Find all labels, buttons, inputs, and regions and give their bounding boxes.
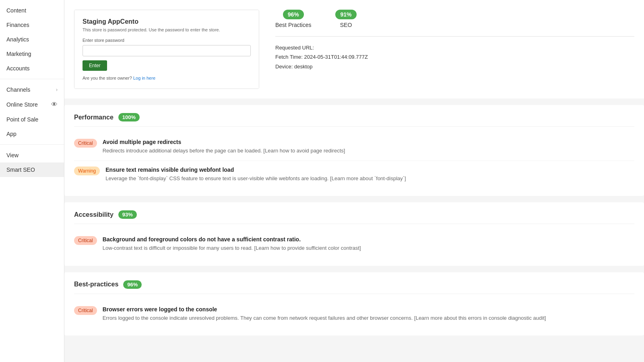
performance-title: Performance [74,114,114,121]
best-practices-section-header: Best-practices 96% [74,280,634,294]
sidebar-item-app[interactable]: App [0,127,64,141]
sidebar-item-accounts[interactable]: Accounts [0,61,64,76]
warning-badge: Warning [74,167,100,175]
requested-url-row: Requested URL: [275,43,634,52]
sidebar-item-analytics[interactable]: Analytics [0,32,64,47]
issue-item: Critical Avoid multiple page redirects R… [74,133,634,161]
score-seo: 91% SEO [335,10,356,28]
issue-desc: Redirects introduce additional delays be… [103,147,345,155]
issue-item: Critical Background and foreground color… [74,230,634,258]
best-practices-section-score: 96% [123,280,142,289]
accessibility-score: 93% [118,210,137,219]
sidebar-item-smart-seo[interactable]: Smart SEO [0,162,64,177]
sidebar-item-view[interactable]: View [0,148,64,162]
sidebar-item-point-of-sale[interactable]: Point of Sale [0,112,64,127]
seo-badge: 91% [335,10,356,19]
issue-content: Browser errors were logged to the consol… [103,306,546,322]
eye-icon[interactable]: 👁 [51,101,58,108]
accessibility-section: Accessibility 93% Critical Background an… [64,202,644,266]
device-row: Device: desktop [275,62,634,71]
issue-title: Ensure text remains visible during webfo… [105,167,406,173]
sidebar-divider-1 [0,79,64,79]
password-input[interactable] [83,45,251,56]
critical-badge: Critical [74,306,97,315]
store-owner-link[interactable]: Log in here [133,76,155,80]
issue-title: Avoid multiple page redirects [103,139,345,145]
best-practices-section: Best-practices 96% Critical Browser erro… [64,272,644,336]
password-label: Enter store password [83,38,251,43]
best-practices-label: Best Practices [275,22,311,28]
issue-title: Background and foreground colors do not … [103,236,361,243]
sidebar-item-online-store[interactable]: Online Store 👁 [0,97,64,112]
sidebar-item-marketing[interactable]: Marketing [0,47,64,61]
performance-header: Performance 100% [74,113,634,127]
issue-item: Critical Browser errors were logged to t… [74,300,634,328]
issue-title: Browser errors were logged to the consol… [103,306,546,313]
critical-badge: Critical [74,236,97,245]
issue-desc: Errors logged to the console indicate un… [103,314,546,322]
performance-score: 100% [118,113,140,121]
scores-section: 96% Best Practices 91% SEO Requested URL… [275,10,634,89]
sidebar-item-channels[interactable]: Channels › [0,82,64,97]
issue-content: Ensure text remains visible during webfo… [105,167,406,183]
store-owner-text: Are you the store owner? Log in here [83,76,251,80]
score-row: 96% Best Practices 91% SEO [275,10,634,28]
app-title: Staging AppCento [83,18,251,25]
issue-content: Avoid multiple page redirects Redirects … [103,139,345,155]
sidebar: Content Finances Analytics Marketing Acc… [0,0,64,362]
accessibility-title: Accessibility [74,211,114,218]
app-desc: This store is password protected. Use th… [83,27,251,33]
score-best-practices: 96% Best Practices [275,10,311,28]
screenshot-container: Staging AppCento This store is password … [74,10,259,89]
accessibility-header: Accessibility 93% [74,210,634,224]
top-section: Staging AppCento This store is password … [64,0,644,99]
performance-section: Performance 100% Critical Avoid multiple… [64,105,644,196]
main-content: Staging AppCento This store is password … [64,0,644,362]
meta-info: Requested URL: Fetch Time: 2024-05-31T01… [275,43,634,71]
enter-button[interactable]: Enter [83,60,107,71]
screenshot-inner: Staging AppCento This store is password … [74,10,259,88]
sidebar-item-content[interactable]: Content [0,3,64,18]
best-practices-section-title: Best-practices [74,281,118,288]
sidebar-divider-2 [0,144,64,145]
scores-divider [275,36,634,37]
chevron-right-icon: › [56,87,58,93]
best-practices-badge: 96% [283,10,304,19]
sidebar-item-finances[interactable]: Finances [0,18,64,32]
issue-content: Background and foreground colors do not … [103,236,361,252]
seo-label: SEO [335,22,356,28]
issue-item: Warning Ensure text remains visible duri… [74,161,634,188]
fetch-time-row: Fetch Time: 2024-05-31T01:44:09.777Z [275,52,634,62]
issue-desc: Leverage the `font-display` CSS feature … [105,175,406,183]
critical-badge: Critical [74,139,97,148]
issue-desc: Low-contrast text is difficult or imposs… [103,244,361,252]
